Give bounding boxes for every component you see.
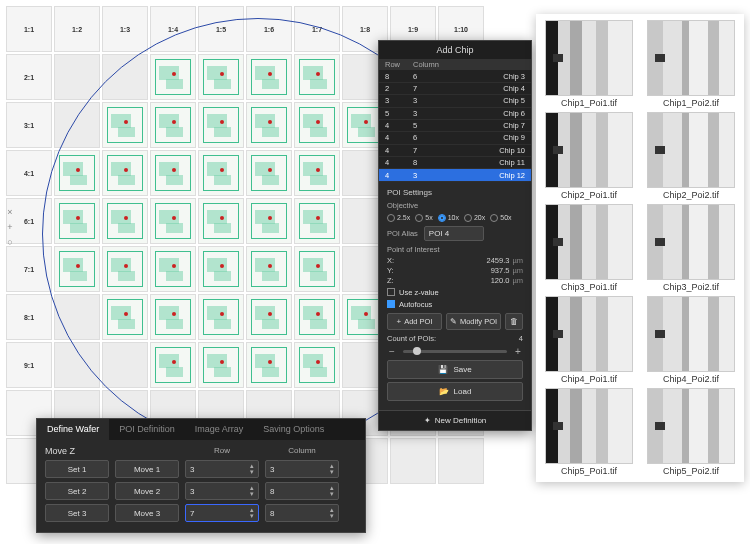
wafer-cell[interactable] xyxy=(198,294,244,340)
thumbnail[interactable]: Chip4_Poi2.tif xyxy=(644,296,738,384)
wafer-cell[interactable]: 1:7 xyxy=(294,6,340,52)
chip-row[interactable]: 33Chip 5 xyxy=(379,95,531,107)
thumbnail[interactable]: Chip1_Poi1.tif xyxy=(542,20,636,108)
wafer-cell[interactable] xyxy=(54,150,100,196)
wafer-cell[interactable] xyxy=(198,150,244,196)
move-button[interactable]: Move 3 xyxy=(115,504,179,522)
autofocus-checkbox[interactable]: Autofocus xyxy=(387,300,523,309)
thumbnail[interactable]: Chip2_Poi2.tif xyxy=(644,112,738,200)
wafer-cell[interactable] xyxy=(198,342,244,388)
wafer-cell[interactable]: 3:1 xyxy=(6,102,52,148)
wafer-cell[interactable] xyxy=(150,102,196,148)
chip-row[interactable]: 53Chip 6 xyxy=(379,108,531,120)
wafer-cell[interactable] xyxy=(102,54,148,100)
wafer-cell[interactable] xyxy=(102,102,148,148)
use-z-checkbox[interactable]: Use z-value xyxy=(387,288,523,297)
thumbnail[interactable]: Chip5_Poi2.tif xyxy=(644,388,738,476)
row-spinner[interactable]: 3▴▾ xyxy=(185,460,259,478)
poi-alias-input[interactable] xyxy=(424,226,484,241)
column-spinner[interactable]: 8▴▾ xyxy=(265,482,339,500)
wafer-cell[interactable] xyxy=(150,198,196,244)
wafer-cell[interactable] xyxy=(102,246,148,292)
wafer-cell[interactable] xyxy=(294,54,340,100)
row-spinner[interactable]: 3▴▾ xyxy=(185,482,259,500)
objective-radio-20x[interactable]: 20x xyxy=(464,214,485,222)
wafer-cell[interactable] xyxy=(54,294,100,340)
new-definition-button[interactable]: ✦New Definition xyxy=(379,410,531,430)
wafer-cell[interactable]: 1:6 xyxy=(246,6,292,52)
row-spinner[interactable]: 7▴▾ xyxy=(185,504,259,522)
tab-define-wafer[interactable]: Define Wafer xyxy=(37,419,109,440)
wafer-cell[interactable] xyxy=(246,54,292,100)
wafer-cell[interactable] xyxy=(294,198,340,244)
chip-row[interactable]: 46Chip 9 xyxy=(379,132,531,144)
close-icon[interactable]: × xyxy=(4,206,16,218)
wafer-cell[interactable]: 8:1 xyxy=(6,294,52,340)
wafer-cell[interactable] xyxy=(54,54,100,100)
wafer-cell[interactable] xyxy=(54,198,100,244)
add-icon[interactable]: + xyxy=(4,221,16,233)
column-spinner[interactable]: 3▴▾ xyxy=(265,460,339,478)
chip-row[interactable]: 86Chip 3 xyxy=(379,70,531,82)
slider-minus[interactable]: − xyxy=(387,346,397,357)
wafer-cell[interactable] xyxy=(294,294,340,340)
wafer-cell[interactable]: 9:1 xyxy=(6,342,52,388)
wafer-cell[interactable] xyxy=(150,342,196,388)
wafer-cell[interactable] xyxy=(198,102,244,148)
wafer-cell[interactable] xyxy=(438,438,484,484)
wafer-cell[interactable] xyxy=(246,294,292,340)
objective-radio-5x[interactable]: 5x xyxy=(415,214,432,222)
wafer-cell[interactable] xyxy=(294,150,340,196)
wafer-cell[interactable]: 1:1 xyxy=(6,6,52,52)
wafer-cell[interactable]: 2:1 xyxy=(6,54,52,100)
thumbnail[interactable]: Chip4_Poi1.tif xyxy=(542,296,636,384)
circle-icon[interactable]: ○ xyxy=(4,236,16,248)
wafer-cell[interactable] xyxy=(54,342,100,388)
tab-image-array[interactable]: Image Array xyxy=(185,419,254,440)
modify-poi-button[interactable]: ✎Modify POI xyxy=(446,313,501,330)
wafer-cell[interactable] xyxy=(198,198,244,244)
wafer-cell[interactable] xyxy=(246,342,292,388)
wafer-cell[interactable] xyxy=(102,150,148,196)
load-button[interactable]: 📂Load xyxy=(387,382,523,401)
delete-poi-button[interactable]: 🗑 xyxy=(505,313,523,330)
tab-poi-definition[interactable]: POI Definition xyxy=(109,419,185,440)
wafer-cell[interactable] xyxy=(294,342,340,388)
wafer-cell[interactable] xyxy=(294,102,340,148)
wafer-cell[interactable]: 7:1 xyxy=(6,246,52,292)
move-button[interactable]: Move 1 xyxy=(115,460,179,478)
chip-row[interactable]: 27Chip 4 xyxy=(379,83,531,95)
thumbnail[interactable]: Chip5_Poi1.tif xyxy=(542,388,636,476)
wafer-cell[interactable] xyxy=(246,102,292,148)
thumbnail[interactable]: Chip1_Poi2.tif xyxy=(644,20,738,108)
wafer-cell[interactable] xyxy=(390,438,436,484)
chip-row[interactable]: 43Chip 12 xyxy=(379,169,531,181)
chip-row[interactable]: 48Chip 11 xyxy=(379,157,531,169)
set-button[interactable]: Set 2 xyxy=(45,482,109,500)
wafer-cell[interactable] xyxy=(246,246,292,292)
poi-slider[interactable] xyxy=(403,350,507,353)
wafer-cell[interactable] xyxy=(198,246,244,292)
wafer-cell[interactable] xyxy=(198,54,244,100)
wafer-cell[interactable] xyxy=(54,102,100,148)
wafer-cell[interactable] xyxy=(150,150,196,196)
thumbnail[interactable]: Chip2_Poi1.tif xyxy=(542,112,636,200)
wafer-cell[interactable] xyxy=(150,294,196,340)
wafer-cell[interactable]: 1:5 xyxy=(198,6,244,52)
wafer-cell[interactable] xyxy=(150,246,196,292)
wafer-cell[interactable]: 4:1 xyxy=(6,150,52,196)
slider-plus[interactable]: + xyxy=(513,346,523,357)
chip-row[interactable]: 47Chip 10 xyxy=(379,145,531,157)
wafer-cell[interactable] xyxy=(246,150,292,196)
thumbnail[interactable]: Chip3_Poi2.tif xyxy=(644,204,738,292)
wafer-cell[interactable] xyxy=(102,294,148,340)
wafer-cell[interactable] xyxy=(246,198,292,244)
wafer-cell[interactable] xyxy=(102,342,148,388)
wafer-cell[interactable]: 1:4 xyxy=(150,6,196,52)
thumbnail[interactable]: Chip3_Poi1.tif xyxy=(542,204,636,292)
set-button[interactable]: Set 3 xyxy=(45,504,109,522)
objective-radio-50x[interactable]: 50x xyxy=(490,214,511,222)
wafer-cell[interactable] xyxy=(54,246,100,292)
tab-saving-options[interactable]: Saving Options xyxy=(253,419,334,440)
save-button[interactable]: 💾Save xyxy=(387,360,523,379)
